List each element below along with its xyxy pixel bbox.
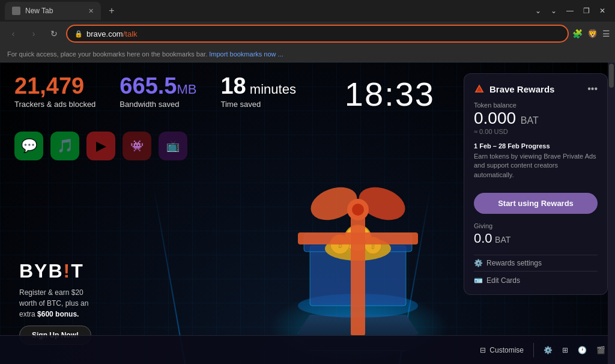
settings-icon: ⚙️ (544, 346, 553, 354)
token-balance-section: Token balance 0.000 BAT ≈ 0.00 USD (474, 102, 598, 135)
brave-wallet-icon[interactable]: 🦁 (587, 29, 598, 38)
toolbar-right: 🧩 🦁 ☰ (572, 29, 610, 38)
tab-title: New Tab (25, 7, 53, 15)
history-icon: 🕐 (578, 346, 587, 354)
progress-section: 1 Feb – 28 Feb Progress Earn tokens by v… (474, 142, 598, 180)
customise-button[interactable]: ⊟ Customise (480, 346, 524, 354)
back-button[interactable]: ‹ (5, 25, 22, 42)
maximize-button[interactable]: ❐ (583, 7, 590, 15)
rewards-panel: Brave Rewards ••• Token balance 0.000 BA… (464, 73, 608, 295)
layout-icon: ⊞ (562, 346, 568, 354)
settings-gear-icon: ⚙️ (474, 259, 483, 267)
minimize-button[interactable]: — (566, 7, 574, 15)
edit-cards-button[interactable]: 🪪 Edit Cards (474, 276, 598, 285)
new-tab[interactable]: New Tab ✕ (5, 2, 101, 20)
usd-equiv: ≈ 0.00 USD (474, 128, 598, 135)
scrollbar-thumb[interactable] (609, 64, 614, 88)
rewards-settings-button[interactable]: ⚙️ Rewards settings (474, 255, 598, 271)
tab-close-button[interactable]: ✕ (88, 7, 94, 15)
bottom-bar: ⊟ Customise ⚙️ ⊞ 🕐 🎬 (0, 335, 615, 364)
start-rewards-button[interactable]: Start using Rewards (474, 193, 598, 214)
bybit-logo: BYB!T (19, 260, 91, 282)
address-bar[interactable]: 🔒 brave.com/talk (66, 25, 569, 43)
customise-icon: ⊟ (480, 346, 486, 354)
gift-box-image: ₿ ₿ ₿ (274, 126, 442, 336)
shortcuts-row: 💬 🎵 ▶ 👾 📺 (14, 132, 187, 160)
extensions-icon[interactable]: 🧩 (572, 29, 583, 38)
new-tab-content: 21,479 Trackers & ads blocked 665.5MB Ba… (0, 62, 615, 364)
nav-forward[interactable]: ⌄ (551, 7, 557, 15)
progress-date: 1 Feb – 28 Feb Progress (474, 142, 598, 150)
rewards-title-row: Brave Rewards (474, 83, 554, 94)
shortcut-whatsapp[interactable]: 💬 (14, 132, 43, 160)
bandwidth-label: Bandwidth saved (120, 100, 196, 109)
svg-rect-11 (351, 204, 365, 336)
rewards-header: Brave Rewards ••• (474, 83, 598, 94)
trackers-label: Trackers & ads blocked (14, 100, 95, 109)
svg-rect-12 (298, 232, 418, 244)
reload-button[interactable]: ↻ (46, 25, 62, 42)
trackers-value: 21,479 (14, 74, 95, 97)
customise-label: Customise (489, 346, 524, 354)
progress-description: Earn tokens by viewing Brave Private Ads… (474, 152, 598, 180)
address-text: brave.com/talk (86, 29, 560, 38)
shortcut-twitch[interactable]: 📺 (159, 132, 187, 160)
brave-logo-icon (474, 83, 485, 94)
time-value: 18 minutes (220, 74, 295, 97)
shortcut-youtube[interactable]: ▶ (86, 132, 115, 160)
bat-balance-value: 0.000 BAT (474, 110, 598, 127)
browser-chrome: New Tab ✕ + ⌄ ⌄ — ❐ ✕ ‹ › ↻ 🔒 brave.com/… (0, 0, 615, 62)
video-button[interactable]: 🎬 (596, 346, 605, 354)
toolbar: ‹ › ↻ 🔒 brave.com/talk 🧩 🦁 ☰ (0, 22, 615, 46)
giving-unit: BAT (495, 235, 510, 244)
rewards-title: Brave Rewards (489, 84, 554, 94)
svg-point-16 (352, 204, 364, 216)
token-balance-label: Token balance (474, 102, 598, 109)
rewards-menu-button[interactable]: ••• (587, 83, 598, 94)
history-button[interactable]: 🕐 (578, 346, 587, 354)
video-icon: 🎬 (596, 346, 605, 354)
tab-favicon (12, 7, 20, 15)
tab-bar: New Tab ✕ + ⌄ ⌄ — ❐ ✕ (0, 0, 615, 22)
trackers-stat: 21,479 Trackers & ads blocked (14, 74, 95, 109)
giving-section: Giving 0.0 BAT (474, 222, 598, 246)
bookmarks-bar-text: For quick access, place your bookmarks h… (7, 50, 207, 58)
menu-icon[interactable]: ☰ (602, 29, 610, 38)
settings-button[interactable]: ⚙️ (544, 346, 553, 354)
nav-back[interactable]: ⌄ (535, 7, 541, 15)
giving-label: Giving (474, 222, 598, 229)
bybit-description: Register & earn $20 worth of BTC, plus a… (19, 287, 91, 320)
scrollbar[interactable] (608, 62, 615, 364)
shortcut-reddit[interactable]: 👾 (123, 132, 151, 160)
hero-area: ₿ ₿ ₿ (232, 99, 484, 363)
lock-icon: 🔒 (74, 30, 83, 38)
layout-button[interactable]: ⊞ (562, 346, 568, 354)
shortcut-spotify[interactable]: 🎵 (50, 132, 79, 160)
forward-button[interactable]: › (25, 25, 42, 42)
close-button[interactable]: ✕ (599, 7, 605, 15)
cards-icon: 🪪 (474, 276, 483, 285)
import-bookmarks-link[interactable]: Import bookmarks now ... (209, 50, 283, 58)
bandwidth-value: 665.5MB (120, 74, 196, 97)
giving-value: 0.0 (474, 231, 492, 246)
divider (533, 343, 534, 357)
bandwidth-stat: 665.5MB Bandwidth saved (120, 74, 196, 109)
new-tab-button[interactable]: + (103, 2, 120, 19)
bookmarks-bar: For quick access, place your bookmarks h… (0, 46, 615, 62)
window-controls: ⌄ ⌄ — ❐ ✕ (535, 7, 610, 15)
